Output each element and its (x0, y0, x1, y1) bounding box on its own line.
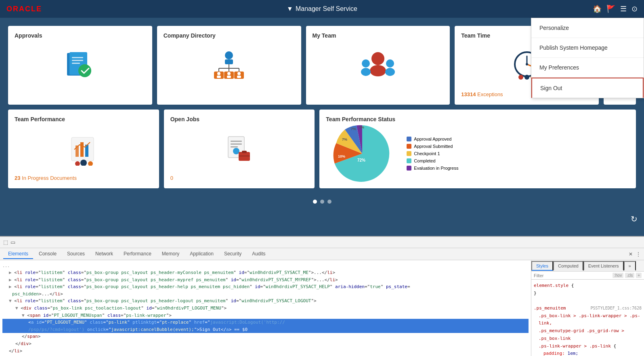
company-directory-icon-area (164, 44, 295, 88)
dropdown-publish[interactable]: Publish System Homepage (531, 38, 644, 58)
code-line-10: </li> (2, 348, 529, 355)
styles-filter-plus[interactable]: + (636, 273, 642, 278)
code-line-2: ▶ <li role="listitem" class="ps_box-grou… (2, 276, 529, 284)
tile-team-performance[interactable]: Team Performance 23 I (8, 110, 159, 188)
tile-open-jobs-footer: 0 (170, 175, 308, 181)
dropdown-signout[interactable]: Sign Out (531, 78, 644, 98)
pagination-dot-1[interactable] (313, 200, 317, 204)
devtools-panel: ⬚ ▭ Elements Console Sources Network Per… (0, 236, 644, 356)
dropdown-personalize[interactable]: Personalize (531, 18, 644, 38)
tile-my-team-title: My Team (313, 32, 444, 39)
svg-point-32 (526, 63, 528, 65)
title-arrow: ▼ (287, 5, 293, 13)
approvals-svg-icon (64, 50, 96, 82)
svg-point-34 (524, 75, 529, 80)
svg-point-6 (225, 51, 233, 59)
legend-dot-5 (407, 166, 411, 171)
styles-filter-hov[interactable]: :hov (613, 273, 623, 278)
tab-more[interactable]: » (624, 261, 636, 271)
svg-point-23 (370, 65, 386, 76)
code-line-selected-1[interactable]: <a id="PT_LOGOUT_MENU" class="ps-link" p… (2, 319, 529, 326)
svg-rect-46 (231, 146, 238, 147)
svg-rect-44 (231, 141, 242, 142)
devtools-right-panel: Styles Computed Event Listeners » :hov .… (531, 260, 644, 356)
tab-audits[interactable]: Audits (247, 249, 270, 259)
tab-performance[interactable]: Performance (119, 249, 156, 259)
dropdown-preferences[interactable]: My Preferences (531, 58, 644, 78)
code-line-selected-2[interactable]: /psp/ps/?cmd=logout') onclick="javascrip… (2, 326, 529, 333)
pagination (8, 193, 636, 210)
svg-text:7%: 7% (351, 127, 356, 131)
dropdown-menu: Personalize Publish System Homepage My P… (531, 18, 644, 98)
user-icon[interactable]: ⊙ (631, 4, 638, 13)
flag-icon[interactable]: 🚩 (606, 4, 615, 13)
code-line-8: </span> (2, 333, 529, 340)
tile-my-team[interactable]: My Team (306, 26, 450, 105)
pie-legend: Approval Approved Approval Submitted Che… (407, 137, 458, 171)
code-line-3: ▶ <li role="listitem" class="ps_box-grou… (2, 283, 529, 291)
tab-sources[interactable]: Sources (62, 249, 90, 259)
legend-label-5: Evaluation in Progress (414, 166, 458, 171)
devtools-cursor-icon[interactable]: ⬚ (3, 239, 8, 245)
devtools-tabs: Elements Console Sources Network Perform… (0, 248, 644, 260)
ps-menuitem-rule: .ps_menuitem PSSTYLEDEF_1.css:7628 (534, 305, 642, 312)
tab-network[interactable]: Network (90, 249, 118, 259)
svg-rect-4 (72, 63, 80, 64)
svg-point-42 (88, 161, 93, 166)
tab-application[interactable]: Application (185, 249, 218, 259)
legend-item-5: Evaluation in Progress (407, 166, 458, 171)
svg-text:7%: 7% (342, 137, 347, 141)
devtools-ellipsis: ... (2, 263, 529, 269)
approvals-icon-area (15, 44, 146, 88)
devtools-mobile-icon[interactable]: ▭ (10, 239, 15, 245)
tab-event-listeners[interactable]: Event Listeners (583, 261, 624, 271)
tile-open-jobs-title: Open Jobs (170, 116, 308, 122)
menu-icon[interactable]: ☰ (620, 4, 627, 13)
svg-point-40 (75, 161, 80, 166)
legend-dot-2 (407, 144, 411, 149)
pagination-dot-2[interactable] (320, 200, 324, 204)
tab-memory[interactable]: Memory (157, 249, 184, 259)
tile-approvals[interactable]: Approvals (8, 26, 152, 105)
svg-point-33 (518, 75, 523, 80)
devtools-more-icon[interactable]: ⋮ (636, 251, 641, 257)
code-line-6: ▼ <span id="PT_LOGOUT_MENUspan" class="p… (2, 312, 529, 319)
legend-dot-3 (407, 151, 411, 156)
tile-team-performance-status[interactable]: Team Performance Status (319, 110, 636, 188)
tab-elements[interactable]: Elements (3, 249, 33, 259)
svg-rect-17 (217, 76, 221, 78)
header-title: ▼ Manager Self Service (287, 5, 357, 13)
devtools-tab-actions: ✕ ⋮ (629, 251, 641, 257)
ps-menutype-rule: .ps_menutype-grid .ps_grid-row > .ps_box… (534, 327, 642, 342)
oracle-logo: ORACLE (6, 5, 42, 13)
tile-open-jobs[interactable]: Open Jobs 0 (164, 110, 315, 188)
tile-company-directory[interactable]: Company Directory (157, 26, 301, 105)
svg-point-18 (227, 72, 231, 75)
tab-computed[interactable]: Computed (553, 261, 583, 271)
tab-console[interactable]: Console (34, 249, 61, 259)
open-jobs-icon-area (170, 127, 308, 172)
svg-point-26 (386, 59, 394, 67)
code-line-ul1: </ul> (2, 354, 529, 356)
svg-point-25 (361, 68, 371, 76)
legend-item-2: Approval Submitted (407, 144, 458, 149)
team-performance-svg-icon (65, 133, 102, 166)
my-team-svg-icon (358, 50, 398, 82)
svg-point-24 (362, 59, 370, 67)
reload-icon[interactable]: ↻ (631, 214, 638, 224)
styles-filter-input[interactable] (534, 273, 611, 278)
svg-rect-21 (237, 76, 241, 78)
styles-filter-cls[interactable]: .cls (625, 273, 634, 278)
tab-styles[interactable]: Styles (531, 261, 553, 271)
tile-approvals-title: Approvals (15, 32, 146, 39)
devtools-html-tree: ... ▶ <li role="listitem" class="ps_box-… (0, 260, 531, 356)
devtools-content: ... ▶ <li role="listitem" class="ps_box-… (0, 260, 644, 356)
home-icon[interactable]: 🏠 (593, 4, 602, 13)
tab-security[interactable]: Security (219, 249, 246, 259)
styles-filter: :hov .cls + (531, 272, 644, 280)
legend-item-4: Completed (407, 158, 458, 163)
code-line-3b: psc_hidden>...</li> (2, 291, 529, 298)
pagination-dot-3[interactable] (327, 200, 331, 204)
legend-item-3: Checkpoint 1 (407, 151, 458, 156)
devtools-close-icon[interactable]: ✕ (629, 251, 633, 257)
